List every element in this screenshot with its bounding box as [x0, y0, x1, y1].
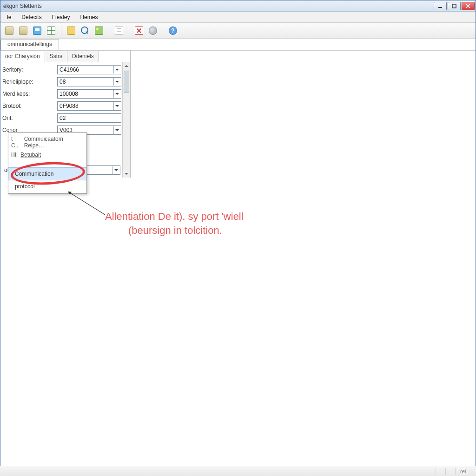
status-block [436, 468, 445, 475]
chevron-down-icon [113, 78, 120, 86]
field-brotool[interactable]: 0F9088 [57, 101, 121, 111]
maximize-button[interactable] [448, 2, 461, 10]
menu-item-fiealey[interactable]: Fiealey [47, 13, 75, 21]
close-icon [466, 4, 470, 8]
list-icon [115, 26, 123, 35]
context-menu-row: ilil: Betubalt [8, 150, 86, 159]
context-menu-item-label: Communication [15, 171, 53, 177]
context-menu: t C.. Commuicaatom Reipe… ilil: Betubalt… [8, 132, 87, 194]
form-row: Merd keps: 100008 [2, 88, 121, 99]
panel-tab-label: Ddeniels [72, 53, 94, 60]
field-value: C41966 [60, 66, 79, 73]
field-value: 0F9088 [60, 103, 79, 109]
content-area: oor Charysión Sstrs Ddeniels Seritory: C… [0, 51, 476, 476]
save-icon [33, 26, 41, 35]
chevron-down-icon [113, 102, 120, 110]
status-right: ret. [455, 468, 472, 475]
folder-icon [67, 26, 75, 35]
field-seritory[interactable]: C41966 [57, 65, 121, 74]
chevron-down-icon [113, 90, 120, 98]
toolbar-separator [61, 26, 61, 36]
context-menu-row-left: ilil: [11, 152, 18, 158]
svg-rect-0 [438, 7, 442, 8]
toolbar-save-button[interactable] [31, 25, 43, 37]
chevron-down-icon [113, 66, 120, 73]
svg-rect-1 [452, 4, 456, 8]
form-row: Rerleiiplope: 08 [2, 76, 121, 87]
maximize-icon [452, 4, 456, 8]
menu-label: Hemes [80, 14, 98, 20]
toolbar-separator [163, 26, 163, 36]
minimize-icon [438, 4, 443, 8]
context-menu-header: t C.. Commuicaatom Reipe… [8, 134, 86, 150]
panel-tab-charysion[interactable]: oor Charysión [0, 51, 45, 62]
chevron-down-icon [112, 166, 119, 174]
field-merdkeps[interactable]: 100008 [57, 89, 121, 99]
status-text: ret. [460, 469, 468, 474]
menu-item-file[interactable]: le [2, 13, 16, 21]
toolbar-list-button[interactable] [113, 25, 125, 37]
tab-communication-settings[interactable]: ommunicattellings [0, 39, 59, 50]
statusbar: ret. [0, 466, 476, 476]
toolbar-new-button[interactable] [3, 25, 15, 37]
toolbar-separator [109, 26, 109, 36]
document-tabs: ommunicattellings [0, 39, 476, 51]
panel-scrollbar[interactable] [122, 62, 130, 178]
scroll-thumb[interactable] [124, 71, 129, 93]
context-menu-item-protocol[interactable]: protocol [8, 180, 86, 192]
window-title: ekgon Sléttents [3, 3, 42, 9]
field-label-merdkeps: Merd keps: [2, 91, 57, 97]
toolbar-grid-button[interactable] [45, 25, 57, 37]
scroll-down-icon[interactable] [123, 170, 130, 178]
menu-item-detecits[interactable]: Detecits [17, 13, 46, 21]
menubar: le Detecits Fiealey Hemes [0, 12, 476, 23]
minimize-button[interactable] [434, 2, 447, 10]
context-menu-row-right: Betubalt [20, 152, 41, 158]
annotation-text-line1: Allentiation De it). sy port 'wiell [105, 210, 244, 224]
field-value: 02 [60, 115, 66, 121]
document-icon [5, 26, 13, 35]
panel-tab-sstrs[interactable]: Sstrs [45, 51, 67, 62]
toolbar: ? [0, 23, 476, 39]
menu-item-hemes[interactable]: Hemes [75, 13, 102, 21]
panel-tab-label: Sstrs [50, 53, 62, 60]
field-label-rerleiiplope: Rerleiiplope: [2, 79, 57, 85]
zoom-icon [81, 26, 89, 35]
app-window: ekgon Sléttents le Detecits Fiealey Heme… [0, 0, 476, 476]
help-icon: ? [169, 26, 177, 35]
toolbar-stop-button[interactable] [133, 25, 145, 37]
toolbar-globe-button[interactable] [147, 25, 159, 37]
document-icon [19, 26, 27, 35]
field-label-orit: Orit: [2, 115, 57, 121]
globe-icon [149, 26, 157, 35]
menu-label: le [7, 14, 11, 20]
menu-label: Fiealey [52, 14, 70, 20]
scroll-up-icon[interactable] [123, 62, 130, 70]
field-rerleiiplope[interactable]: 08 [57, 77, 121, 86]
context-menu-item-label: protocol [15, 183, 35, 190]
field-label-seritory: Seritory: [2, 66, 57, 73]
toolbar-open-button[interactable] [17, 25, 29, 37]
context-menu-item-communication[interactable]: Communication [8, 167, 86, 180]
toolbar-folder-button[interactable] [65, 25, 77, 37]
form-row: Orit: 02 [2, 112, 121, 124]
status-block [445, 468, 455, 475]
image-icon [95, 26, 103, 35]
panel-tabs: oor Charysión Sstrs Ddeniels [0, 51, 130, 62]
context-menu-header-left: t C.. [11, 136, 21, 149]
field-value: 08 [60, 79, 66, 85]
toolbar-image-button[interactable] [93, 25, 105, 37]
panel-tab-label: oor Charysión [5, 53, 40, 60]
form-row: Brotool: 0F9088 [2, 100, 121, 112]
panel-tab-ddeniels[interactable]: Ddeniels [67, 51, 99, 62]
context-menu-header-right: Commuicaatom Reipe… [24, 136, 84, 149]
annotation-text: Allentiation De it). sy port 'wiell (beu… [105, 210, 244, 237]
toolbar-zoom-button[interactable] [79, 25, 91, 37]
toolbar-help-button[interactable]: ? [167, 25, 179, 37]
field-orit[interactable]: 02 [57, 113, 121, 123]
toolbar-separator [129, 26, 129, 36]
menu-label: Detecits [21, 14, 41, 20]
tab-label: ommunicattellings [7, 41, 52, 47]
close-button[interactable] [462, 2, 475, 10]
field-value: 100008 [60, 91, 78, 97]
